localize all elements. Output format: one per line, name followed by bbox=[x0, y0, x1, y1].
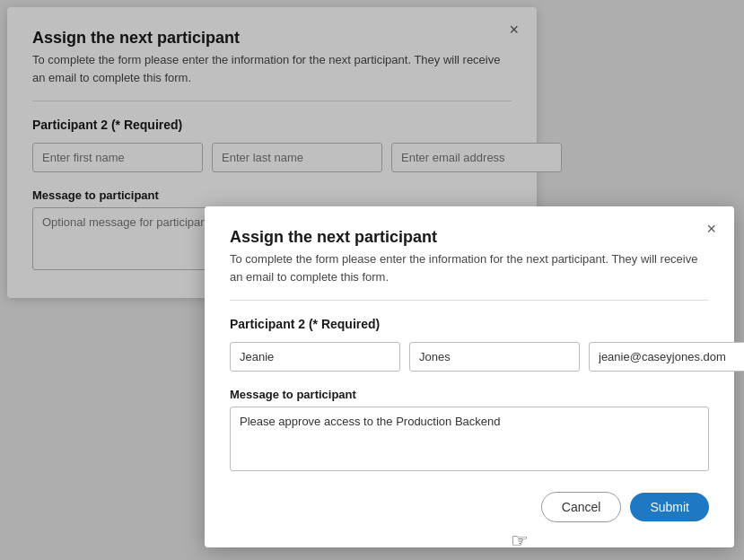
fg-first-name-input[interactable] bbox=[230, 342, 400, 372]
fg-email-input[interactable] bbox=[589, 342, 744, 372]
fg-dialog-description: To complete the form please enter the in… bbox=[230, 250, 709, 285]
bg-email-input[interactable] bbox=[391, 143, 562, 172]
fg-participant-label: Participant 2 (* Required) bbox=[230, 317, 709, 331]
bg-close-button[interactable]: × bbox=[509, 22, 519, 38]
fg-last-name-input[interactable] bbox=[409, 342, 580, 372]
bg-fields-row bbox=[32, 143, 512, 172]
bg-divider bbox=[32, 101, 512, 101]
bg-first-name-input[interactable] bbox=[32, 143, 203, 172]
bg-dialog-title: Assign the next participant bbox=[32, 29, 512, 48]
bg-last-name-input[interactable] bbox=[212, 143, 382, 172]
fg-message-textarea[interactable] bbox=[230, 407, 709, 471]
fg-divider bbox=[230, 300, 709, 301]
fg-message-label: Message to participant bbox=[230, 388, 709, 401]
fg-fields-row bbox=[230, 342, 709, 372]
foreground-dialog: Assign the next participant × To complet… bbox=[205, 206, 734, 547]
submit-button[interactable]: Submit bbox=[630, 493, 709, 521]
fg-dialog-title: Assign the next participant bbox=[230, 228, 709, 247]
bg-dialog-description: To complete the form please enter the in… bbox=[32, 51, 512, 86]
fg-actions: Cancel Submit bbox=[230, 492, 709, 522]
bg-message-label: Message to participant bbox=[32, 188, 512, 202]
fg-close-button[interactable]: × bbox=[706, 221, 716, 237]
bg-participant-label: Participant 2 (* Required) bbox=[32, 118, 512, 132]
cancel-button[interactable]: Cancel bbox=[541, 492, 622, 522]
